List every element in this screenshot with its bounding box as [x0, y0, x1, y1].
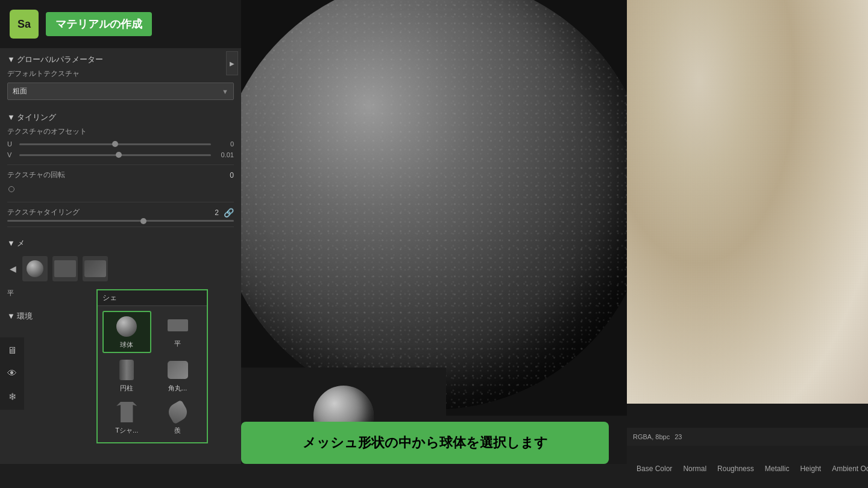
rotation-value: 0: [230, 171, 234, 180]
rounded-box-shape-icon: [168, 361, 188, 379]
shirt-shape-icon: [116, 402, 137, 422]
default-texture-dropdown[interactable]: 粗面 ▼: [7, 83, 234, 100]
texture-preview: [627, 0, 868, 404]
v-value: 0.01: [216, 151, 234, 158]
global-params-arrow: ▼ グローバルパラメーター: [7, 54, 103, 65]
tiling-value: 2: [215, 208, 219, 217]
sa-logo: Sa: [10, 10, 39, 39]
viewport: [241, 0, 627, 416]
mesh-thumb-box[interactable]: [83, 256, 108, 281]
eye-icon[interactable]: 👁: [4, 365, 20, 382]
mesh-col-flat: [52, 256, 78, 281]
tiling-section: ▼ タイリング テクスチャのオフセット U 0 V 0.01 テ: [0, 106, 241, 227]
app-title: マテリアルの作成: [46, 12, 152, 36]
v-label: V: [7, 151, 14, 158]
collapse-button[interactable]: ▶: [226, 51, 238, 75]
snowflake-icon[interactable]: ❄: [4, 388, 20, 405]
bottom-bar: [0, 464, 627, 488]
u-slider-track[interactable]: [19, 143, 211, 145]
channel-tabs: Base Color Normal Roughness Metallic Hei…: [627, 446, 868, 488]
box-thumb-icon: [84, 260, 106, 277]
mesh-col-box: [83, 256, 108, 281]
tooltip-box: メッシュ形状の中から球体を選択します: [241, 422, 609, 464]
divider-2: [7, 202, 234, 202]
divider-3: [7, 227, 234, 227]
bit-depth-number: 23: [675, 433, 682, 440]
right-info-bar: RGBA, 8bpc 23: [627, 428, 868, 446]
v-slider-track[interactable]: [19, 154, 211, 156]
v-slider-thumb[interactable]: [116, 152, 122, 158]
shirt-icon-wrapper: [115, 400, 139, 424]
mesh-thumb-flat[interactable]: [52, 256, 78, 281]
texture-offset-label: テクスチャのオフセット: [7, 127, 87, 137]
sphere-thumb-icon: [27, 260, 43, 277]
flat-icon-wrapper: [166, 313, 190, 337]
default-texture-row: デフォルトテクスチャ: [7, 69, 234, 79]
tooltip-text: メッシュ形状の中から球体を選択します: [303, 434, 548, 452]
channel-tabs-row: Base Color Normal Roughness Metallic Hei…: [627, 446, 868, 488]
sphere-label: 球体: [120, 340, 133, 349]
left-icons: 🖥 👁 ❄: [0, 337, 24, 410]
tab-base-color[interactable]: Base Color: [632, 462, 677, 477]
flat-thumb-icon: [54, 260, 76, 277]
env-header-label: ▼ 環境: [7, 311, 33, 322]
global-params-header[interactable]: ▼ グローバルパラメーター: [7, 48, 234, 69]
mesh-col-sphere: [22, 256, 48, 281]
tiling-slider-track[interactable]: [7, 220, 234, 222]
tab-normal[interactable]: Normal: [678, 462, 711, 477]
u-value: 0: [216, 140, 234, 148]
mesh-thumb-sphere[interactable]: [22, 256, 48, 281]
default-texture-label: デフォルトテクスチャ: [7, 69, 80, 79]
mesh-item-feather[interactable]: 羨: [154, 398, 203, 437]
rotation-row: テクスチャの回転 0: [7, 170, 234, 180]
monitor-icon[interactable]: 🖥: [4, 342, 20, 359]
chevron-down-icon: ▼: [222, 88, 228, 95]
mesh-popup-title: シェ: [98, 290, 207, 306]
mesh-grid: 球体 平 円柱 角丸... Tシャ...: [98, 306, 207, 442]
sphere-icon-wrapper: [115, 314, 139, 339]
rounded-box-label: 角丸...: [168, 384, 187, 393]
feather-shape-icon: [165, 400, 190, 425]
u-slider-thumb[interactable]: [112, 141, 118, 147]
right-panel: [627, 0, 868, 446]
feather-icon-wrapper: [166, 400, 190, 424]
mesh-item-sphere[interactable]: 球体: [102, 311, 151, 353]
mesh-popup: シェ 球体 平 円柱 角丸...: [96, 289, 208, 443]
rounded-box-icon-wrapper: [166, 358, 190, 382]
shirt-label: Tシャ...: [115, 426, 138, 435]
tiling-slider-row: [7, 220, 234, 222]
flat-shape-icon: [168, 319, 188, 331]
mesh-row-items: [22, 256, 108, 281]
sphere-texture: [241, 0, 627, 410]
prev-mesh-arrow[interactable]: ◀: [7, 263, 19, 275]
flat-label-1: 平: [7, 289, 14, 298]
sphere-shape-icon: [116, 316, 137, 337]
divider-1: [7, 164, 234, 165]
mesh-header[interactable]: ▼ メ: [7, 232, 234, 252]
tab-ambient-occlusion[interactable]: Ambient Occlusion: [827, 462, 868, 477]
feather-label: 羨: [174, 426, 181, 435]
mesh-item-flat[interactable]: 平: [154, 311, 203, 353]
mesh-item-shirt[interactable]: Tシャ...: [102, 398, 151, 437]
u-label: U: [7, 140, 14, 148]
cylinder-icon-wrapper: [115, 358, 139, 382]
tab-height[interactable]: Height: [795, 462, 826, 477]
tiling-header-label: ▼ タイリング: [7, 112, 56, 123]
rgba-info: RGBA, 8bpc: [633, 433, 670, 440]
u-slider-container: U 0 V 0.01: [7, 140, 234, 158]
tiling-slider-thumb[interactable]: [140, 218, 146, 224]
header: Sa マテリアルの作成: [0, 0, 241, 48]
link-icon[interactable]: 🔗: [224, 208, 234, 217]
cylinder-shape-icon: [119, 360, 134, 380]
tiling-label: テクスチャタイリング: [7, 207, 80, 217]
tab-roughness[interactable]: Roughness: [712, 462, 759, 477]
cylinder-label: 円柱: [120, 384, 133, 393]
mesh-header-label: ▼ メ: [7, 238, 25, 249]
tab-metallic[interactable]: Metallic: [760, 462, 794, 477]
rotation-circle[interactable]: [8, 186, 14, 192]
mesh-thumb-row: ◀: [7, 252, 234, 285]
global-params-section: ▼ グローバルパラメーター デフォルトテクスチャ 粗面 ▼: [0, 48, 241, 100]
mesh-item-rounded-box[interactable]: 角丸...: [154, 355, 203, 395]
tiling-header[interactable]: ▼ タイリング: [7, 106, 234, 127]
mesh-item-cylinder[interactable]: 円柱: [102, 355, 151, 395]
